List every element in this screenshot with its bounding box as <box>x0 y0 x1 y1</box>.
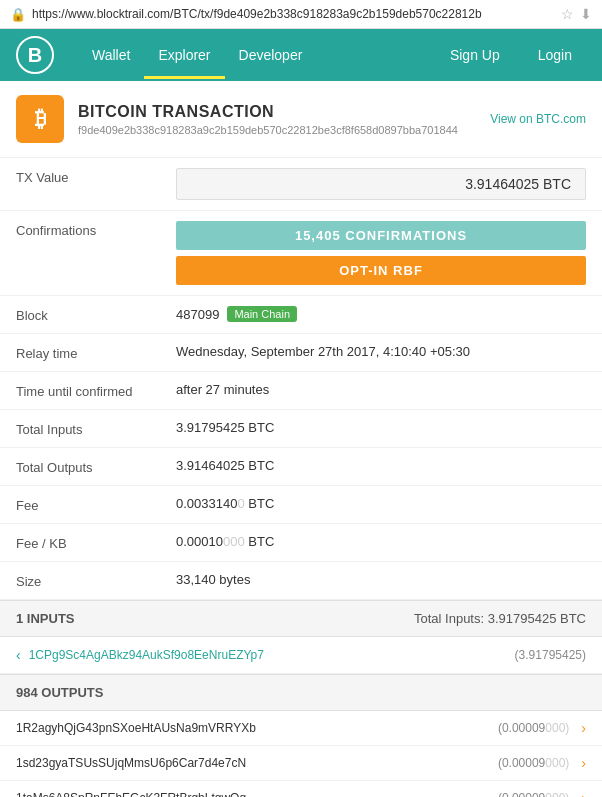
output-address[interactable]: 1taMs6A8SpRnFEhEGcK3FRtBrghLtqwQq <box>16 791 490 797</box>
confirmations-bar: 15,405 CONFIRMATIONS <box>176 221 586 250</box>
chevron-right-icon: › <box>581 720 586 736</box>
details-row-relaytime: Relay time Wednesday, September 27th 201… <box>0 334 602 372</box>
value-txvalue: 3.91464025 BTC <box>176 168 586 200</box>
output-amount-muted: 000) <box>545 791 569 797</box>
download-icon[interactable]: ⬇ <box>580 6 592 22</box>
feekb-muted: 000 <box>223 534 245 549</box>
btc-symbol: ₿ <box>35 106 46 132</box>
details-row-feekb: Fee / KB 0.00010000 BTC <box>0 524 602 562</box>
navbar: B Wallet Explorer Developer Sign Up Logi… <box>0 29 602 81</box>
details-row-totalinputs: Total Inputs 3.91795425 BTC <box>0 410 602 448</box>
outputs-section-header: 984 OUTPUTS <box>0 674 602 711</box>
nav-link-developer[interactable]: Developer <box>225 31 317 79</box>
txvalue-box: 3.91464025 BTC <box>176 168 586 200</box>
output-amount: (0.00009000) <box>498 791 569 797</box>
nav-logo[interactable]: B <box>16 36 54 74</box>
feekb-suffix: BTC <box>245 534 275 549</box>
output-amount-muted: 000) <box>545 756 569 770</box>
fee-value: 0.0033140 <box>176 496 237 511</box>
tx-hash: f9de409e2b338c918283a9c2b159deb570c22812… <box>78 124 458 136</box>
output-amount: (0.00009000) <box>498 756 569 770</box>
value-confirmations: 15,405 CONFIRMATIONS OPT-IN RBF <box>176 221 586 285</box>
btc-icon: ₿ <box>16 95 64 143</box>
label-totaloutputs: Total Outputs <box>16 458 176 475</box>
inputs-total: Total Inputs: 3.91795425 BTC <box>414 611 586 626</box>
value-size: 33,140 bytes <box>176 572 586 587</box>
value-feekb: 0.00010000 BTC <box>176 534 586 549</box>
value-timeconfirmed: after 27 minutes <box>176 382 586 397</box>
tx-header-left: ₿ BITCOIN TRANSACTION f9de409e2b338c9182… <box>16 95 458 143</box>
outputs-header-label: 984 OUTPUTS <box>16 685 103 700</box>
block-number: 487099 <box>176 307 219 322</box>
fee-suffix: BTC <box>245 496 275 511</box>
tx-header: ₿ BITCOIN TRANSACTION f9de409e2b338c9182… <box>0 81 602 158</box>
main-chain-badge: Main Chain <box>227 306 297 322</box>
details-row-txvalue: TX Value 3.91464025 BTC <box>0 158 602 211</box>
value-totalinputs: 3.91795425 BTC <box>176 420 586 435</box>
details-row-confirmations: Confirmations 15,405 CONFIRMATIONS OPT-I… <box>0 211 602 296</box>
label-size: Size <box>16 572 176 589</box>
nav-right: Sign Up Login <box>436 39 586 71</box>
input-item-0[interactable]: ‹ 1CPg9Sc4AgABkz94AukSf9o8EeNruEZYp7 (3.… <box>0 637 602 674</box>
input-amount: (3.91795425) <box>515 648 586 662</box>
value-relaytime: Wednesday, September 27th 2017, 4:10:40 … <box>176 344 586 359</box>
star-icon[interactable]: ☆ <box>561 6 574 22</box>
label-block: Block <box>16 306 176 323</box>
inputs-section-header: 1 INPUTS Total Inputs: 3.91795425 BTC <box>0 600 602 637</box>
input-address[interactable]: 1CPg9Sc4AgABkz94AukSf9o8EeNruEZYp7 <box>29 648 507 662</box>
label-feekb: Fee / KB <box>16 534 176 551</box>
url-bar: 🔒 https://www.blocktrail.com/BTC/tx/f9de… <box>0 0 602 29</box>
chevron-right-icon: › <box>581 790 586 797</box>
label-confirmations: Confirmations <box>16 221 176 238</box>
output-amount-muted: 000) <box>545 721 569 735</box>
value-block: 487099 Main Chain <box>176 306 586 322</box>
nav-link-explorer[interactable]: Explorer <box>144 31 224 79</box>
output-address[interactable]: 1R2agyhQjG43pnSXoeHtAUsNa9mVRRYXb <box>16 721 490 735</box>
details-section: TX Value 3.91464025 BTC Confirmations 15… <box>0 158 602 600</box>
fee-muted: 0 <box>237 496 244 511</box>
outputs-list: 1R2agyhQjG43pnSXoeHtAUsNa9mVRRYXb (0.000… <box>0 711 602 797</box>
details-row-totaloutputs: Total Outputs 3.91464025 BTC <box>0 448 602 486</box>
rbf-bar: OPT-IN RBF <box>176 256 586 285</box>
value-fee: 0.00331400 BTC <box>176 496 586 511</box>
chevron-right-icon: › <box>581 755 586 771</box>
output-amount: (0.00009000) <box>498 721 569 735</box>
feekb-value: 0.00010 <box>176 534 223 549</box>
login-button[interactable]: Login <box>524 39 586 71</box>
nav-link-wallet[interactable]: Wallet <box>78 31 144 79</box>
chevron-left-icon: ‹ <box>16 647 21 663</box>
label-fee: Fee <box>16 496 176 513</box>
output-item-0[interactable]: 1R2agyhQjG43pnSXoeHtAUsNa9mVRRYXb (0.000… <box>0 711 602 746</box>
value-totaloutputs: 3.91464025 BTC <box>176 458 586 473</box>
nav-links: Wallet Explorer Developer <box>78 31 436 79</box>
details-row-fee: Fee 0.00331400 BTC <box>0 486 602 524</box>
tx-title: BITCOIN TRANSACTION <box>78 103 458 121</box>
label-totalinputs: Total Inputs <box>16 420 176 437</box>
main-content: ₿ BITCOIN TRANSACTION f9de409e2b338c9182… <box>0 81 602 797</box>
tx-info: BITCOIN TRANSACTION f9de409e2b338c918283… <box>78 103 458 136</box>
label-txvalue: TX Value <box>16 168 176 185</box>
details-row-block: Block 487099 Main Chain <box>0 296 602 334</box>
label-timeconfirmed: Time until confirmed <box>16 382 176 399</box>
signup-button[interactable]: Sign Up <box>436 39 514 71</box>
output-item-1[interactable]: 1sd23gyaTSUsSUjqMmsU6p6Car7d4e7cN (0.000… <box>0 746 602 781</box>
details-row-timeconfirmed: Time until confirmed after 27 minutes <box>0 372 602 410</box>
inputs-header-label: 1 INPUTS <box>16 611 75 626</box>
lock-icon: 🔒 <box>10 7 26 22</box>
label-relaytime: Relay time <box>16 344 176 361</box>
output-item-2[interactable]: 1taMs6A8SpRnFEhEGcK3FRtBrghLtqwQq (0.000… <box>0 781 602 797</box>
view-btccom-link[interactable]: View on BTC.com <box>490 112 586 126</box>
output-address[interactable]: 1sd23gyaTSUsSUjqMmsU6p6Car7d4e7cN <box>16 756 490 770</box>
details-row-size: Size 33,140 bytes <box>0 562 602 600</box>
url-text: https://www.blocktrail.com/BTC/tx/f9de40… <box>32 7 555 21</box>
